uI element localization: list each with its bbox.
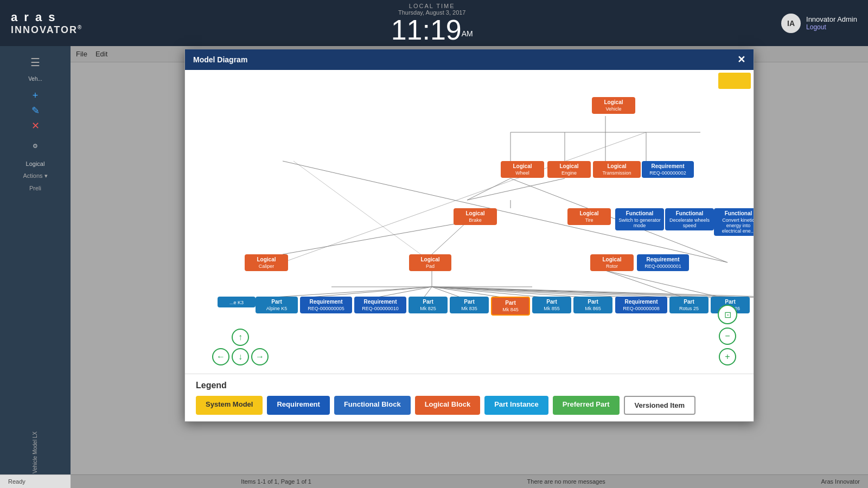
sidebar-logical-label: Logical [23, 158, 48, 170]
svg-line-27 [432, 287, 754, 298]
sidebar-menu-icon[interactable]: ☰ [26, 52, 44, 73]
sidebar-toolbar: + ✎ ✕ [31, 90, 40, 132]
nav-mid-row: ← ↓ → [212, 348, 269, 365]
svg-line-23 [432, 287, 635, 298]
nav-up-row: ↑ [232, 329, 249, 346]
clock-time: 11:19 [391, 14, 462, 46]
node-logical-caliper[interactable]: Logical Caliper [245, 254, 288, 271]
node-part-rotus25[interactable]: Part Rotus 25 [669, 297, 709, 313]
node-requirement-req1[interactable]: Requirement REQ-000000001 [637, 254, 689, 271]
svg-line-29 [605, 271, 684, 298]
modal-close-button[interactable]: ✕ [737, 54, 745, 66]
node-logical-wheel[interactable]: Logical Wheel [501, 161, 544, 178]
node-logical-engine[interactable]: Logical Engine [547, 161, 591, 178]
clock-display: 11:19AM [391, 16, 473, 44]
local-time-label: LOCAL TIME [409, 3, 455, 9]
logo-aras: a r a s [11, 10, 57, 24]
svg-line-7 [467, 178, 510, 200]
clock-ampm: AM [462, 29, 473, 37]
legend-title: Legend [196, 381, 743, 390]
legend-part-instance[interactable]: Part Instance [484, 396, 548, 415]
svg-line-17 [375, 287, 432, 298]
svg-line-34 [283, 132, 646, 262]
node-functional3[interactable]: Functional Convert kinetic energy into e… [714, 208, 754, 236]
zoom-out-button[interactable]: − [719, 328, 736, 345]
node-requirement-req2[interactable]: Requirement REQ-000000002 [642, 161, 694, 178]
sidebar: ☰ Veh... + ✎ ✕ ⚙ Logical Actions ▾ Preli… [0, 46, 71, 488]
node-part-mk865[interactable]: Part Mk 865 [573, 297, 612, 313]
node-part-mk845[interactable]: Part Mk 845 [491, 297, 530, 316]
svg-line-15 [266, 287, 432, 298]
logout-link[interactable]: Logout [806, 23, 857, 31]
main-area: File Edit Model Diagram ✕ [71, 46, 868, 488]
node-logical-vehicle[interactable]: Logical Vehicle [592, 97, 635, 114]
node-logical-rotor[interactable]: Logical Rotor [590, 254, 634, 271]
svg-line-8 [467, 178, 565, 200]
edit-icon[interactable]: ✎ [31, 105, 40, 117]
legend-functional-block[interactable]: Functional Block [334, 396, 411, 415]
avatar: IA [781, 14, 801, 33]
node-functional2[interactable]: Functional Decelerate wheels speed [665, 208, 714, 230]
user-info: Innovator Admin Logout [806, 15, 857, 31]
svg-line-10 [283, 222, 467, 254]
node-part-alpine-k5[interactable]: Part Alpine K5 [256, 297, 298, 313]
node-logical-brake[interactable]: Logical Brake [454, 208, 497, 225]
sidebar-actions[interactable]: Actions ▾ [20, 170, 50, 182]
logo-area: a r a s INNOVATOR® [11, 10, 82, 36]
svg-line-11 [432, 222, 467, 254]
legend-requirement[interactable]: Requirement [267, 396, 329, 415]
svg-line-18 [424, 287, 432, 298]
logo-innovator-text: INNOVATOR [11, 24, 78, 35]
node-logical-tire[interactable]: Logical Tire [567, 208, 611, 225]
modal-header: Model Diagram ✕ [185, 49, 754, 70]
top-bar: a r a s INNOVATOR® LOCAL TIME Thursday, … [0, 0, 868, 46]
nav-up-button[interactable]: ↑ [232, 329, 249, 346]
node-part-mk855[interactable]: Part Mk 855 [532, 297, 571, 313]
node-logical-transmission[interactable]: Logical Transmission [593, 161, 641, 178]
legend-area: Legend System Model Requirement Function… [185, 374, 754, 421]
node-req-req5[interactable]: Requirement REQ-000000005 [300, 297, 352, 313]
diagram-area[interactable]: Logical Vehicle Logical Wheel Logical En… [185, 70, 754, 374]
logo-innovator: INNOVATOR® [11, 24, 82, 36]
node-logical-pad[interactable]: Logical Pad [409, 254, 451, 271]
modal-overlay: Model Diagram ✕ [71, 46, 868, 488]
yellow-item[interactable] [718, 73, 751, 89]
time-area: LOCAL TIME Thursday, August 3, 2017 11:1… [391, 3, 473, 44]
sidebar-vertical-label: Vehicle Model LX [0, 450, 71, 455]
legend-versioned-item[interactable]: Versioned Item [624, 396, 695, 415]
nav-right-button[interactable]: → [251, 348, 269, 365]
add-icon[interactable]: + [33, 90, 39, 101]
node-part-alpine-k3-partial[interactable]: ...e K3 [218, 297, 256, 307]
svg-line-22 [432, 287, 592, 298]
svg-line-30 [605, 271, 722, 298]
node-part-mk835[interactable]: Part Mk 835 [450, 297, 489, 313]
svg-line-16 [304, 287, 432, 298]
legend-preferred-part[interactable]: Preferred Part [553, 396, 620, 415]
legend-system-model[interactable]: System Model [196, 396, 263, 415]
sidebar-preli: Preli [27, 182, 44, 194]
zoom-fit-button[interactable]: ⊡ [718, 305, 737, 324]
modal-title: Model Diagram [193, 55, 247, 64]
svg-line-20 [432, 287, 505, 298]
svg-line-26 [432, 287, 754, 298]
sidebar-system-icon[interactable]: ⚙ [30, 140, 41, 152]
node-req-req10[interactable]: Requirement REQ-000000010 [354, 297, 406, 313]
nav-left-button[interactable]: ← [212, 348, 229, 365]
node-part-mk825[interactable]: Part Mk 825 [409, 297, 448, 313]
delete-icon[interactable]: ✕ [31, 120, 40, 132]
legend-items: System Model Requirement Functional Bloc… [196, 396, 743, 415]
node-functional1[interactable]: Functional Switch to generator mode [615, 208, 664, 230]
logo-aras-text: a r a s [11, 10, 57, 24]
zoom-controls: ⊡ − + [718, 305, 737, 365]
nav-controls: ↑ ← ↓ → [212, 329, 269, 365]
svg-line-24 [432, 287, 679, 298]
user-area: IA Innovator Admin Logout [781, 14, 857, 33]
nav-down-button[interactable]: ↓ [232, 348, 249, 365]
zoom-in-button[interactable]: + [719, 348, 736, 365]
node-req-req8[interactable]: Requirement REQ-000000008 [615, 297, 667, 313]
legend-logical-block[interactable]: Logical Block [415, 396, 481, 415]
svg-line-19 [432, 287, 462, 298]
svg-line-21 [432, 287, 548, 298]
svg-line-35 [293, 161, 432, 262]
svg-line-25 [432, 287, 722, 298]
